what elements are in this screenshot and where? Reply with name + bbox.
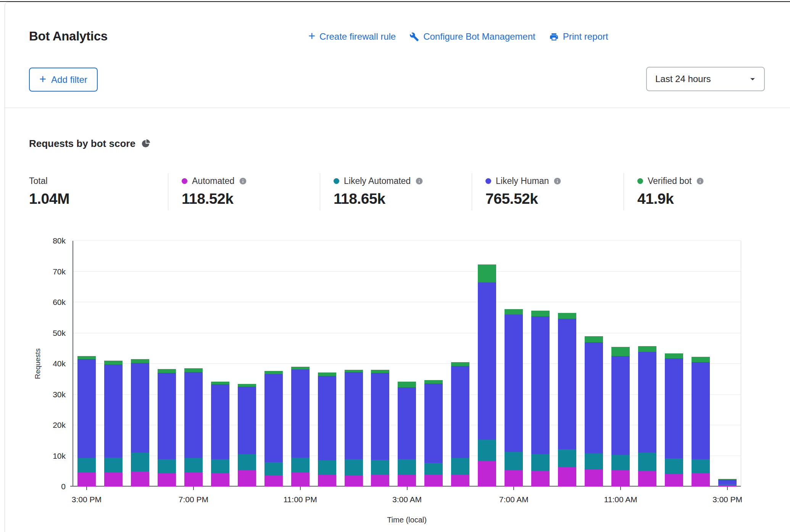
bar-slot bbox=[634, 346, 661, 487]
bar-segment-verified-bot bbox=[131, 359, 149, 363]
action-label: Create firewall rule bbox=[319, 31, 396, 42]
y-tick-label: 40k bbox=[34, 359, 66, 368]
x-tick-label: 3:00 AM bbox=[392, 495, 422, 504]
time-range-select[interactable]: Last 24 hours bbox=[646, 67, 765, 91]
add-filter-label: Add filter bbox=[51, 74, 87, 85]
info-icon[interactable] bbox=[553, 177, 561, 185]
chevron-down-icon bbox=[747, 74, 758, 84]
stat-value: 118.52k bbox=[182, 190, 320, 207]
bar-segment-likely-human bbox=[665, 358, 683, 458]
bar-slot bbox=[447, 362, 474, 487]
bar-slot bbox=[714, 479, 741, 487]
plot-area: 010k20k30k40k50k60k70k80k3:00 PM7:00 PM1… bbox=[73, 241, 741, 487]
requests-chart: Requests 010k20k30k40k50k60k70k80k3:00 P… bbox=[5, 232, 790, 532]
bar-segment-likely-automated bbox=[77, 458, 96, 472]
bar-slot bbox=[73, 356, 100, 487]
stacked-bar[interactable] bbox=[77, 356, 96, 487]
stacked-bar[interactable] bbox=[158, 369, 176, 487]
bar-segment-automated bbox=[264, 475, 283, 487]
automated-legend-dot bbox=[182, 178, 187, 184]
x-tick-mark bbox=[407, 487, 408, 490]
bar-segment-automated bbox=[211, 473, 229, 487]
stat-value: 765.52k bbox=[485, 190, 624, 207]
bar-segment-likely-human bbox=[77, 359, 96, 458]
stacked-bar[interactable] bbox=[318, 372, 336, 487]
stacked-bar[interactable] bbox=[345, 370, 363, 487]
stacked-bar[interactable] bbox=[718, 479, 737, 487]
bar-segment-verified-bot bbox=[77, 356, 96, 359]
create-firewall-rule-link[interactable]: + Create firewall rule bbox=[308, 31, 396, 42]
x-tick-label: 11:00 PM bbox=[283, 495, 317, 504]
bar-slot bbox=[554, 313, 580, 487]
stacked-bar[interactable] bbox=[611, 347, 630, 487]
stacked-bar[interactable] bbox=[585, 336, 603, 487]
bar-segment-likely-human bbox=[291, 369, 310, 458]
bar-segment-likely-human bbox=[238, 387, 256, 454]
bar-segment-likely-automated bbox=[238, 454, 256, 470]
info-icon[interactable] bbox=[239, 177, 247, 185]
stats-row: Total 1.04M Automated 118.52k Likely Aut… bbox=[5, 173, 790, 210]
x-tick-mark bbox=[300, 487, 301, 490]
stacked-bar[interactable] bbox=[371, 370, 389, 487]
card-body: Requests by bot score Total 1.04M Automa… bbox=[5, 138, 790, 532]
y-tick-label: 30k bbox=[34, 390, 66, 399]
bar-segment-automated bbox=[585, 469, 603, 487]
bar-slot bbox=[340, 370, 367, 487]
x-tick-mark bbox=[513, 487, 514, 490]
stacked-bar[interactable] bbox=[104, 361, 123, 487]
bot-analytics-card: Bot Analytics + Create firewall rule Con… bbox=[5, 2, 790, 532]
stacked-bar[interactable] bbox=[424, 380, 443, 487]
bar-segment-likely-automated bbox=[505, 452, 523, 470]
bar-slot bbox=[661, 353, 687, 487]
bar-segment-likely-human bbox=[318, 376, 336, 460]
bar-slot bbox=[580, 336, 607, 487]
bar-segment-automated bbox=[638, 471, 656, 487]
stacked-bar[interactable] bbox=[638, 346, 656, 487]
stacked-bar[interactable] bbox=[558, 313, 576, 487]
stacked-bar[interactable] bbox=[131, 359, 149, 487]
info-icon[interactable] bbox=[696, 177, 704, 185]
bar-segment-likely-human bbox=[371, 373, 389, 460]
stacked-bar[interactable] bbox=[692, 357, 710, 487]
stat-label: Likely Automated bbox=[344, 176, 411, 186]
stacked-bar[interactable] bbox=[211, 382, 229, 487]
stat-automated: Automated 118.52k bbox=[168, 173, 320, 210]
bar-segment-likely-automated bbox=[131, 453, 149, 471]
bar-segment-verified-bot bbox=[665, 353, 683, 358]
stacked-bar[interactable] bbox=[398, 382, 416, 487]
add-filter-button[interactable]: + Add filter bbox=[29, 68, 98, 92]
stacked-bar[interactable] bbox=[264, 371, 283, 487]
bar-slot bbox=[234, 384, 260, 487]
stacked-bar[interactable] bbox=[238, 384, 256, 487]
bar-slot bbox=[500, 309, 527, 487]
stacked-bar[interactable] bbox=[184, 368, 203, 487]
bar-segment-likely-human bbox=[478, 282, 496, 440]
x-tick-label: 7:00 AM bbox=[499, 495, 529, 504]
bar-segment-verified-bot bbox=[104, 361, 123, 364]
bar-segment-verified-bot bbox=[398, 382, 416, 387]
bar-segment-likely-automated bbox=[318, 460, 336, 475]
configure-bot-management-link[interactable]: Configure Bot Management bbox=[410, 31, 535, 42]
stacked-bar[interactable] bbox=[665, 353, 683, 487]
bar-segment-likely-human bbox=[398, 387, 416, 459]
stacked-bar[interactable] bbox=[291, 367, 310, 487]
action-label: Print report bbox=[563, 31, 608, 42]
page-title: Bot Analytics bbox=[29, 29, 108, 44]
bar-segment-likely-automated bbox=[611, 455, 630, 470]
info-icon[interactable] bbox=[415, 177, 423, 185]
print-report-link[interactable]: Print report bbox=[549, 31, 608, 42]
bar-slot bbox=[474, 264, 500, 487]
stacked-bar[interactable] bbox=[531, 311, 550, 487]
bar-segment-automated bbox=[104, 472, 123, 487]
bar-segment-automated bbox=[505, 470, 523, 487]
stacked-bar[interactable] bbox=[505, 309, 523, 487]
bar-slot bbox=[687, 357, 714, 487]
x-axis-title: Time (local) bbox=[387, 516, 427, 524]
x-tick-label: 3:00 PM bbox=[713, 495, 742, 504]
stacked-bar[interactable] bbox=[478, 264, 496, 487]
bar-segment-likely-automated bbox=[158, 459, 176, 473]
stacked-bar[interactable] bbox=[451, 362, 469, 487]
x-tick-label: 7:00 PM bbox=[179, 495, 208, 504]
section-title: Requests by bot score bbox=[29, 138, 135, 150]
stat-likely-automated: Likely Automated 118.65k bbox=[320, 173, 472, 210]
